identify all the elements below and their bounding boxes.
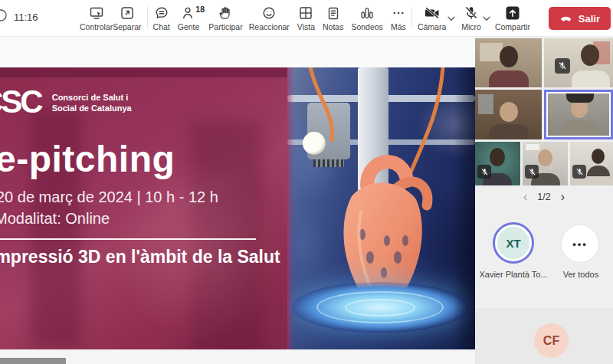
participant-torso [489,124,529,139]
video-tile[interactable] [475,38,542,87]
photo-right-shadow [454,67,475,349]
camera-toggle-button[interactable]: Cámara [418,0,446,31]
slide-modality: Modalitat: Online [0,210,110,228]
slide-top-shade [0,67,287,77]
hangup-phone-icon [559,11,572,25]
leave-button[interactable]: Salir [549,7,611,30]
participant-torso [572,71,610,87]
below-presentation-strip [0,349,475,364]
pagination-current: 1/2 [537,192,550,202]
participant-head [581,44,599,66]
slide-title: e-pitching [0,138,175,180]
people-count-badge: 18 [195,5,205,14]
camera-chevron-down-icon[interactable] [447,11,455,25]
participant-avatar-xt[interactable]: XT [493,222,534,264]
mic-label: Micro [461,22,481,31]
photo-left-glow [287,67,294,349]
people-button[interactable]: 18 Gente [178,0,200,31]
view-button[interactable]: Vista [297,0,315,31]
raise-hand-label: Participar [208,22,242,31]
background-window-fragment [0,358,66,364]
meeting-toolbar: 11:16 Controlar Separar [0,0,613,37]
smiley-icon [261,5,277,21]
control-button[interactable]: Controlar [80,0,113,31]
toolbar-divider [411,7,412,28]
more-button[interactable]: Más [391,0,406,31]
csc-logo-acronym: CSC [0,87,41,116]
mic-group: Micro [461,0,493,31]
notes-label: Notas [323,22,343,31]
mic-muted-badge [477,165,491,179]
video-tile[interactable] [570,142,613,185]
mic-muted-badge [525,165,539,179]
video-tile[interactable] [475,142,520,185]
participant-torso [562,120,597,136]
leave-label: Salir [579,13,600,25]
mic-chevron-down-icon[interactable] [483,11,490,25]
shared-presentation: CSC Consorci de Salut i Social de Catalu… [0,67,475,349]
participant-head [538,149,552,166]
mic-muted-badge [572,165,586,179]
view-label: Vista [297,22,315,31]
share-button[interactable]: Compartir [495,0,530,31]
camera-off-icon [425,5,440,21]
participant-name: Xavier Plantà To... [477,270,550,279]
window-backdrop [478,94,493,114]
slide-photo-3d-printer [287,67,475,349]
control-label: Controlar [80,22,113,31]
participant-torso [489,71,529,87]
meeting-timer: 11:16 [14,11,38,23]
pagination-next-icon[interactable]: › [561,190,565,204]
participant-head [500,102,518,122]
notepad-icon [326,5,341,21]
popout-icon [120,5,135,21]
self-avatar-cf[interactable]: CF [534,323,569,358]
popout-label: Separar [113,22,141,31]
slide-date: 20 de març de 2024 | 10 h - 12 h [0,189,218,206]
view-all-button[interactable]: ••• [561,225,599,263]
csc-logo: CSC Consorci de Salut i Social de Catalu… [0,87,132,116]
ceiling-light [526,144,539,150]
glowing-print-platform [292,282,468,333]
mic-toggle-button[interactable]: Micro [461,0,481,31]
react-button[interactable]: Reaccionar [249,0,290,31]
sidebar-bottom-section: CF [475,307,613,364]
chat-label: Chat [153,22,170,31]
shared-screen-area: CSC Consorci de Salut i Social de Catalu… [0,37,475,364]
participant-head [592,149,605,164]
clock-icon [0,8,8,26]
pagination-prev-icon[interactable]: ‹ [523,190,527,204]
polls-button[interactable]: Sondeos [351,0,382,31]
mic-muted-badge [555,58,570,74]
mic-off-icon [464,5,479,21]
raised-hand-icon [218,5,234,21]
share-label: Compartir [495,22,530,31]
monitor-cursor-icon [89,5,104,21]
slide-left-panel: CSC Consorci de Salut i Social de Catalu… [0,67,287,349]
people-icon: 18 [181,5,196,21]
slide-subtitle: Impressió 3D en l'àmbit de la Salut [0,247,280,267]
video-tile[interactable] [544,38,613,87]
video-tile-active-speaker[interactable] [544,90,613,139]
poll-bars-icon [359,5,375,21]
ellipsis-icon: ••• [572,238,588,250]
participant-head [490,148,505,166]
grid-view-icon [298,5,313,21]
slide-divider-line [0,238,256,240]
participants-video-panel: ‹ 1/2 › XT ••• Xavier Plantà To... Ver t… [475,37,613,364]
toolbar-buttons: Controlar Separar Chat [80,0,530,37]
popout-button[interactable]: Separar [113,0,141,31]
camera-group: Cámara [418,0,458,31]
share-screen-icon [505,5,520,21]
ellipsis-icon [391,5,406,21]
notes-button[interactable]: Notas [323,0,343,31]
raise-hand-button[interactable]: Participar [208,0,242,31]
video-tile[interactable] [475,90,542,139]
camera-label: Cámara [418,22,446,31]
chair-headrest [566,93,594,103]
chat-button[interactable]: Chat [153,0,170,31]
more-label: Más [391,22,406,31]
avatar-initials: XT [497,227,529,259]
view-all-label: Ver todos [552,270,610,279]
video-tile[interactable] [523,142,568,185]
